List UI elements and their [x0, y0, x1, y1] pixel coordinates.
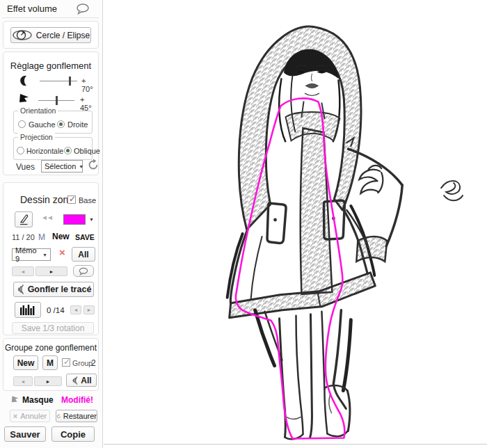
- radio-gauche[interactable]: [18, 120, 26, 128]
- delete-memo-icon[interactable]: ×: [59, 246, 65, 258]
- rewind-icon[interactable]: ◄◄: [41, 214, 52, 221]
- current-color-swatch[interactable]: [63, 214, 86, 225]
- copie-button[interactable]: Copie: [51, 426, 95, 442]
- orientation-legend: Orientation: [18, 106, 58, 115]
- vues-select[interactable]: Sélection ▼: [41, 160, 83, 173]
- groupe-m-button[interactable]: M: [42, 355, 58, 370]
- cercle-elipse-label: Cercle / Elipse: [36, 31, 90, 40]
- projection-legend: Projection: [18, 133, 55, 141]
- fashion-sketch: [104, 0, 487, 448]
- memo-selected: Mémo 9: [15, 246, 40, 263]
- save-zone-button[interactable]: SAVE: [75, 233, 95, 241]
- angle-value-1: + 70°: [81, 77, 98, 93]
- radio-droite[interactable]: [57, 120, 65, 128]
- restore-refresh-icon: [56, 413, 61, 420]
- legs: [255, 310, 351, 439]
- arrow-nw-icon: [19, 93, 30, 104]
- cursor-arrow-icon: [11, 395, 19, 403]
- next-zone-button[interactable]: ►: [35, 266, 67, 276]
- group-count: 2: [91, 358, 96, 368]
- angle-slider-2-track[interactable]: [38, 100, 74, 101]
- group-checkbox[interactable]: ✓: [62, 358, 70, 367]
- angle-slider-2-thumb[interactable]: [56, 96, 58, 105]
- swatch-caret-icon[interactable]: ▼: [89, 217, 94, 222]
- groupe-prev-button[interactable]: ◄: [13, 376, 33, 386]
- save-rotation-button[interactable]: Save 1/3 rotation: [12, 322, 94, 334]
- header-divider: [2, 17, 99, 18]
- equalizer-bars-icon: [19, 305, 36, 315]
- rotation-prev-button[interactable]: ◄: [70, 305, 81, 314]
- radio-oblique[interactable]: [64, 147, 72, 154]
- refresh-views-icon[interactable]: [87, 159, 99, 171]
- radio-droite-label[interactable]: Droite: [67, 120, 88, 129]
- comment-bubble-icon: [78, 267, 89, 275]
- orientation-fieldset: Orientation Gauche Droite: [13, 111, 93, 134]
- vues-label: Vues: [16, 162, 35, 172]
- groupe-title: Groupe zone gonflement: [3, 343, 98, 353]
- drawing-canvas[interactable]: [104, 0, 487, 448]
- rotation-next-button[interactable]: ►: [83, 305, 95, 314]
- front-fur-strip: [301, 128, 333, 294]
- angle-slider-1-track[interactable]: [40, 81, 77, 81]
- dessin-zone-panel: Dessin zone ✓ Base ◄◄ ▼ 11 / 20 M Ne: [3, 182, 99, 335]
- shape-panel: Cercle / Elipse: [3, 21, 99, 49]
- gonfler-trace-button[interactable]: Gonfler le tracé: [13, 282, 94, 297]
- base-checkbox-label[interactable]: Base: [79, 196, 96, 205]
- ellipse-circle-icon: [12, 29, 33, 41]
- gonflement-title: Règlage gonflement: [3, 61, 98, 71]
- cuff-fur: [356, 237, 387, 262]
- tool-sidebar: Effet volume Cercle / Elipse Règlage gon…: [0, 0, 103, 448]
- angle-slider-1-thumb[interactable]: [69, 77, 71, 86]
- gonflement-panel: Règlage gonflement + 70° + 45° Orientati…: [3, 51, 99, 175]
- canvas-bottom-edge: [104, 444, 487, 445]
- sound-waves-icon: [71, 376, 79, 385]
- sound-waves-icon: [16, 284, 25, 295]
- new-zone-button[interactable]: New: [52, 232, 70, 241]
- groupe-next-button[interactable]: ►: [34, 376, 62, 386]
- vues-selected: Sélection: [45, 162, 76, 170]
- sauver-button[interactable]: Sauver: [4, 426, 46, 442]
- cercle-elipse-button[interactable]: Cercle / Elipse: [10, 27, 91, 43]
- page-title: Effet volume: [7, 3, 57, 14]
- zone-counter: 11 / 20: [12, 233, 35, 241]
- masque-label[interactable]: Masque: [22, 395, 54, 405]
- zone-comment-button[interactable]: [73, 265, 94, 277]
- radio-horizontale[interactable]: [17, 147, 24, 154]
- groupe-panel: Groupe zone gonflement New M ✓ Group 2 ◄…: [3, 338, 99, 391]
- pencil-icon: [19, 214, 29, 225]
- groupe-new-button[interactable]: New: [13, 355, 38, 370]
- base-checkbox[interactable]: ✓: [67, 195, 76, 204]
- radio-oblique-label[interactable]: Oblique: [74, 147, 100, 155]
- hand-flourish: [441, 181, 463, 200]
- color-swatch-dropdown[interactable]: ▼: [63, 213, 97, 225]
- annuler-button[interactable]: × Annuler: [10, 410, 50, 422]
- groupe-all-button[interactable]: All: [66, 374, 97, 387]
- zone-counter-m: M: [38, 232, 45, 242]
- face: [296, 65, 328, 119]
- projection-fieldset: Projection Horizontale Oblique: [13, 137, 93, 160]
- moon-contrast-icon: [19, 75, 29, 86]
- rotation-counter: 0 /14: [47, 306, 65, 314]
- dessin-zone-title: Dessin zone: [20, 194, 74, 205]
- group-checkbox-label[interactable]: Group: [72, 359, 93, 367]
- prev-zone-button[interactable]: ◄: [12, 266, 34, 276]
- radio-horizontale-label[interactable]: Horizontale: [26, 147, 63, 155]
- effet-volume-app: Effet volume Cercle / Elipse Règlage gon…: [0, 0, 487, 448]
- equalizer-button[interactable]: [15, 302, 41, 318]
- all-memo-button[interactable]: All: [72, 247, 95, 262]
- radio-gauche-label[interactable]: Gauche: [29, 120, 56, 129]
- status-modified: Modifié!: [61, 395, 93, 405]
- angle-value-2: + 45°: [80, 95, 98, 112]
- pencil-tool-button[interactable]: [15, 211, 33, 227]
- comment-bubble-icon[interactable]: [75, 3, 90, 15]
- annuler-x-icon: ×: [13, 412, 17, 420]
- restaurer-button[interactable]: Restaurer: [56, 410, 97, 422]
- memo-select[interactable]: Mémo 9 ▼: [12, 248, 51, 261]
